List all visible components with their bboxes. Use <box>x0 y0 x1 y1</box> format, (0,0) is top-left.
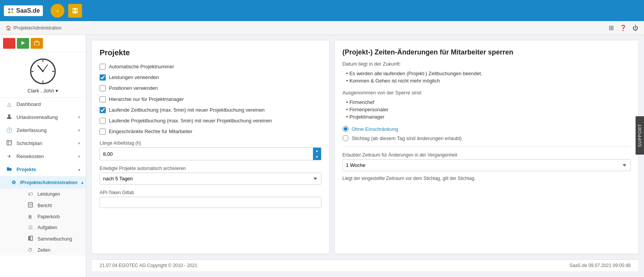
laufende-zeitbuchung-label[interactable]: Laufende Zeitbuchung (max. 5min) mit neu… <box>109 107 265 114</box>
laufende-projektbuchung-checkbox[interactable] <box>100 118 106 124</box>
briefcase-button[interactable] <box>31 38 43 49</box>
checkbox-positionen: Positionen verwenden <box>100 85 321 92</box>
play-button[interactable] <box>17 38 29 49</box>
sidebar-item-bericht[interactable]: Bericht <box>11 200 86 211</box>
auto-projektnummer-checkbox[interactable] <box>100 64 106 70</box>
sperren-card: (Projekt-) Zeiten-Änderungen für Mitarbe… <box>335 41 638 254</box>
sidebar-item-reisekosten[interactable]: ✈ Reisekosten ▾ <box>0 150 86 163</box>
support-tab[interactable]: SUPPORT <box>636 116 644 155</box>
breadcrumb: 🏠 /Projekte/Administration <box>6 25 62 31</box>
positionen-checkbox[interactable] <box>100 85 106 91</box>
svg-point-3 <box>11 11 13 13</box>
chevron-right-icon: ▾ <box>78 115 80 119</box>
sidebar-item-label: Urlaubsverwaltung <box>16 114 58 120</box>
footer-left: 21.07.04 EGOTEC AG Copyright © 2010 - 20… <box>100 263 197 268</box>
sidebar-item-papierkorb[interactable]: 🗑 Papierkorb <box>11 211 86 222</box>
ohne-einschraenkung-radio[interactable] <box>342 126 349 132</box>
sidebar-item-zeiterfassung[interactable]: 🕐 Zeiterfassung ▾ <box>0 124 86 137</box>
sidebar-item-leistungen[interactable]: 🏷 Leistungen <box>11 189 86 200</box>
ausgenommen-bullet-3: Projektmanager <box>346 113 631 120</box>
sidebar-item-dashboard[interactable]: △ Dashboard <box>0 98 86 110</box>
zeitraum-select[interactable]: 1 Woche 2 Wochen 1 Monat unbegrenzt <box>342 159 631 171</box>
sidebar-item-sammelbuchung[interactable]: Sammelbuchung <box>11 233 86 245</box>
aufgaben-icon: ☑ <box>27 225 34 230</box>
logo: SaaS.de <box>4 5 43 16</box>
stop-button[interactable] <box>3 38 15 49</box>
play-icon <box>20 40 26 46</box>
ausgenommen-bullets: Firmenchef Firmenpersonaler Projektmanag… <box>342 99 631 120</box>
footer-note: Liegt der eingestellte Zeitraum vor dem … <box>342 176 631 181</box>
clock-area: Clark , John ▾ <box>0 52 86 98</box>
sidebar-item-administration[interactable]: ⚙ /Projekte/Administration ▴ <box>0 176 86 189</box>
hierarchie-checkbox[interactable] <box>100 96 106 102</box>
svg-rect-8 <box>34 42 39 45</box>
zeitraum-label: Erlaubter Zeitraum für Änderungen in der… <box>342 152 631 158</box>
svg-rect-6 <box>74 11 77 13</box>
sidebar-item-label: Zeiten <box>38 247 50 253</box>
divider <box>342 147 631 147</box>
radio-ohne-einschraenkung: Ohne Einschränkung <box>342 126 631 132</box>
sidebar-item-schichtplan[interactable]: Schichtplan ▾ <box>0 137 86 150</box>
bericht-icon <box>27 202 34 209</box>
sperren-title: (Projekt-) Zeiten-Änderungen für Mitarbe… <box>342 48 631 56</box>
arbeitstag-up-button[interactable]: ▲ <box>313 148 321 154</box>
zeiterfassung-icon: 🕐 <box>6 127 13 133</box>
projekte-card-title: Projekte <box>100 48 321 57</box>
svg-point-17 <box>8 114 10 117</box>
archivieren-label: Erledigte Projekte automatisch archivier… <box>100 166 321 171</box>
sammelbuchung-icon <box>27 236 34 242</box>
user-name[interactable]: Clark , John ▾ <box>28 88 58 94</box>
help-icon[interactable]: ❓ <box>619 25 627 31</box>
positionen-label[interactable]: Positionen verwenden <box>109 85 158 92</box>
power-icon[interactable]: ⏻ <box>633 25 638 31</box>
back-button[interactable]: ‹ <box>51 4 64 18</box>
sidebar-item-zeiten[interactable]: ⏱ Zeiten <box>11 245 86 256</box>
svg-point-16 <box>42 71 44 72</box>
eingeschraenkte-label[interactable]: Eingeschränkte Rechte für Mitarbeiter <box>109 128 192 135</box>
administration-icon: ⚙ <box>11 180 16 185</box>
footer: 21.07.04 EGOTEC AG Copyright © 2010 - 20… <box>92 259 638 271</box>
laufende-zeitbuchung-checkbox[interactable] <box>100 107 106 113</box>
grid-icon[interactable]: ⊞ <box>609 24 614 31</box>
stichtag-radio[interactable] <box>342 135 349 141</box>
sidebar-item-label: Sammelbuchung <box>38 236 72 242</box>
arbeitstag-label: Länge Arbeitstag (h) <box>100 140 321 146</box>
archivieren-select[interactable]: nach 5 Tagen nach 10 Tagen nach 30 Tagen… <box>100 173 321 185</box>
datum-heading: Datum liegt in der Zukunft: <box>342 61 631 67</box>
ausgenommen-heading: Ausgenommen von der Sperre sind: <box>342 90 631 96</box>
sidebar-item-projekte[interactable]: Projekte ▴ <box>0 163 86 176</box>
svg-rect-18 <box>7 140 11 145</box>
chevron-up-icon: ▴ <box>78 167 80 171</box>
datum-bullets: Es werden alle laufenden (Projekt-) Zeit… <box>342 70 631 84</box>
chevron-up-icon: ▴ <box>81 180 83 185</box>
logo-text: SaaS.de <box>16 7 40 14</box>
svg-point-0 <box>8 8 10 10</box>
briefcase-icon <box>34 41 39 45</box>
arbeitstag-down-button[interactable]: ▼ <box>313 154 321 160</box>
stichtag-label[interactable]: Stichtag (ab diesem Tag sind änderungen … <box>352 135 462 141</box>
save-button[interactable] <box>68 4 82 18</box>
laufende-projektbuchung-label[interactable]: Laufende Projektbuchung (max. 5min) mit … <box>109 117 272 124</box>
zeitraum-group: Erlaubter Zeitraum für Änderungen in der… <box>342 152 631 171</box>
leistungen-label[interactable]: Leistungen verwenden <box>109 74 159 81</box>
ohne-einschraenkung-label[interactable]: Ohne Einschränkung <box>352 126 398 132</box>
svg-point-1 <box>11 8 13 10</box>
radio-stichtag: Stichtag (ab diesem Tag sind änderungen … <box>342 135 631 141</box>
leistungen-checkbox[interactable] <box>100 74 106 81</box>
ausgenommen-bullet-1: Firmenchef <box>346 99 631 106</box>
arbeitstag-input[interactable] <box>100 148 313 160</box>
support-label: SUPPORT <box>637 124 642 147</box>
sidebar-item-urlaubsverwaltung[interactable]: Urlaubsverwaltung ▾ <box>0 110 86 124</box>
save-icon <box>72 8 78 14</box>
sidebar-item-label: Bericht <box>38 203 52 208</box>
auto-projektnummer-label[interactable]: Automatische Projektnummer <box>109 63 174 70</box>
zeiten-icon: ⏱ <box>27 247 34 253</box>
svg-marker-7 <box>21 41 25 45</box>
datum-bullet-2: Kommen & Gehen ist nicht mehr möglich <box>346 77 631 84</box>
admin-subnav: 🏷 Leistungen Bericht 🗑 Papierkorb ☑ Aufg… <box>0 189 86 256</box>
sidebar-item-aufgaben[interactable]: ☑ Aufgaben <box>11 222 86 233</box>
breadcrumb-home-icon: 🏠 <box>6 25 11 31</box>
hierarchie-label[interactable]: Hierarchie nur für Projektmanager <box>109 96 184 103</box>
eingeschraenkte-checkbox[interactable] <box>100 129 106 135</box>
api-token-input[interactable] <box>100 197 321 208</box>
